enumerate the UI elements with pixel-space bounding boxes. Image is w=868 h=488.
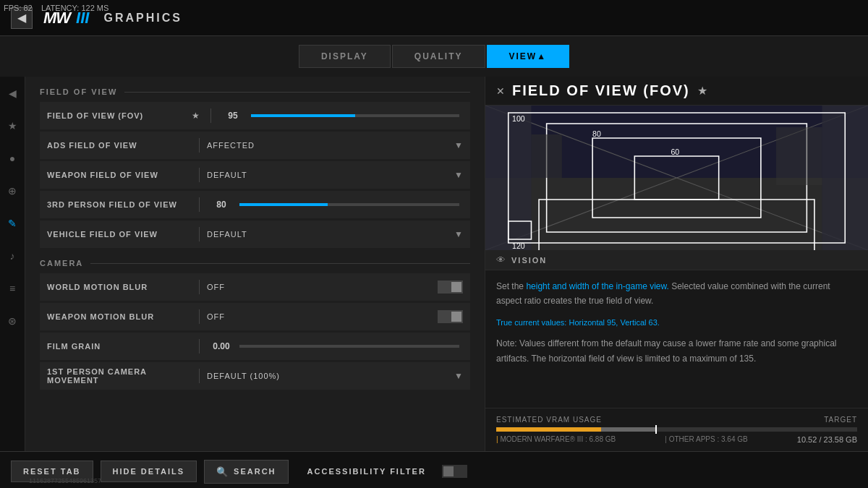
sidebar-icon-audio[interactable]: ♪: [4, 247, 22, 265]
desc-line1: Set the: [496, 281, 524, 291]
vram-section: ESTIMATED VRAM USAGE TARGET | MODERN WAR…: [485, 408, 868, 451]
tab-view[interactable]: VIEW▲: [487, 45, 570, 68]
svg-rect-20: [531, 134, 561, 178]
3rd-fov-divider: [199, 197, 200, 212]
vram-label: ESTIMATED VRAM USAGE: [496, 416, 602, 424]
ads-fov-label: ADS FIELD OF VIEW: [47, 141, 192, 150]
3rd-fov-fill: [239, 203, 328, 206]
3rd-fov-label: 3RD PERSON FIELD OF VIEW: [47, 200, 192, 209]
info-star-icon[interactable]: ★: [697, 84, 707, 98]
vram-header: ESTIMATED VRAM USAGE TARGET: [496, 416, 857, 424]
setting-row-fov[interactable]: FIELD OF VIEW (FOV) ★ 95: [40, 102, 470, 129]
svg-text:80: 80: [592, 130, 601, 138]
vehicle-fov-label: VEHICLE FIELD OF VIEW: [47, 230, 192, 239]
info-description: Set the height and width of the in-game …: [485, 270, 868, 408]
vision-icon: 👁: [496, 254, 506, 265]
fov-slider[interactable]: [251, 114, 459, 117]
sidebar-icon-star[interactable]: ★: [4, 116, 22, 134]
tab-display[interactable]: DISPLAY: [299, 45, 391, 68]
3rd-fov-value: 80: [207, 200, 236, 210]
setting-row-film-grain[interactable]: FILM GRAIN 0.00: [40, 333, 470, 360]
ads-fov-arrow: ▼: [454, 140, 463, 150]
svg-rect-1: [485, 178, 868, 250]
fov-label: FIELD OF VIEW (FOV): [47, 111, 192, 120]
1st-camera-arrow: ▼: [454, 371, 463, 381]
setting-row-world-blur[interactable]: WORLD MOTION BLUR OFF: [40, 273, 470, 301]
fov-preview: 60 80 100 120: [485, 106, 868, 250]
world-blur-knob: [451, 282, 461, 292]
world-blur-divider: [199, 280, 200, 294]
weapon-blur-label: WEAPON MOTION BLUR: [47, 312, 192, 321]
3rd-fov-slider[interactable]: [239, 203, 459, 206]
svg-text:100: 100: [512, 115, 525, 123]
setting-row-weapon-fov[interactable]: WEAPON FIELD OF VIEW DEFAULT ▼: [40, 161, 470, 189]
top-bar: FPS: 82 LATENCY: 122 MS ◀ MW III GRAPHIC…: [0, 0, 868, 36]
info-title: FIELD OF VIEW (FOV): [512, 82, 690, 99]
svg-text:120: 120: [512, 242, 525, 250]
film-grain-value: 0.00: [207, 341, 236, 351]
sidebar-icon-edit[interactable]: ✎: [4, 214, 22, 232]
camera-section-header: CAMERA: [40, 259, 470, 267]
sidebar-icon-back[interactable]: ◀: [4, 84, 22, 102]
weapon-blur-toggle[interactable]: [438, 310, 463, 323]
search-button[interactable]: 🔍 SEARCH: [204, 460, 288, 484]
film-grain-slider[interactable]: [239, 345, 459, 348]
vehicle-fov-arrow: ▼: [454, 229, 463, 239]
fov-value: 95: [218, 111, 247, 121]
vision-label: VISION: [511, 256, 547, 265]
page-title: GRAPHICS: [103, 12, 182, 25]
true-values: True current values: Horizontal 95, Vert…: [496, 316, 857, 330]
info-close-button[interactable]: ✕: [496, 85, 505, 97]
vehicle-fov-divider: [199, 227, 200, 241]
weapon-blur-knob: [451, 312, 461, 322]
weapon-blur-value: OFF: [207, 312, 438, 321]
vram-other-label: | OTHER APPS : 3.64 GB: [665, 435, 747, 444]
world-blur-label: WORLD MOTION BLUR: [47, 283, 192, 291]
vehicle-fov-value: DEFAULT: [207, 230, 454, 239]
note-text: Note: Values different from the default …: [496, 336, 857, 366]
ads-fov-divider: [199, 138, 200, 153]
1st-camera-label: 1ST PERSON CAMERA MOVEMENT: [47, 367, 192, 385]
setting-row-3rd-fov[interactable]: 3RD PERSON FIELD OF VIEW 80: [40, 191, 470, 218]
accessibility-toggle-button[interactable]: [442, 465, 467, 478]
sidebar-icon-antenna[interactable]: ⊛: [4, 312, 22, 330]
setting-row-vehicle-fov[interactable]: VEHICLE FIELD OF VIEW DEFAULT ▼: [40, 221, 470, 248]
settings-panel: FIELD OF VIEW FIELD OF VIEW (FOV) ★ 95 A…: [25, 77, 485, 451]
sidebar-icon-bars[interactable]: ≡: [4, 279, 22, 297]
desc-highlight: height and width of the in-game view.: [526, 281, 668, 291]
sidebar-icon-user[interactable]: ●: [4, 149, 22, 167]
accessibility-toggle-knob: [443, 466, 454, 476]
vram-fill-mw: [496, 427, 601, 432]
1st-camera-value: DEFAULT (100%): [207, 372, 454, 380]
film-grain-label: FILM GRAIN: [47, 342, 192, 351]
setting-row-ads-fov[interactable]: ADS FIELD OF VIEW AFFECTED ▼: [40, 132, 470, 159]
tab-quality[interactable]: QUALITY: [392, 45, 485, 68]
vision-bar: 👁 VISION: [485, 250, 868, 270]
weapon-fov-divider: [199, 168, 200, 182]
hide-details-button[interactable]: HIDE DETAILS: [101, 461, 197, 482]
sidebar: ◀ ★ ● ⊕ ✎ ♪ ≡ ⊛: [0, 77, 25, 451]
vram-usage-value: 10.52 / 23.58 GB: [797, 435, 857, 444]
ads-fov-value: AFFECTED: [207, 141, 454, 150]
setting-row-weapon-blur[interactable]: WEAPON MOTION BLUR OFF: [40, 303, 470, 330]
accessibility-filter: ACCESSIBILITY FILTER: [296, 461, 467, 481]
setting-row-1st-camera[interactable]: 1ST PERSON CAMERA MOVEMENT DEFAULT (100%…: [40, 362, 470, 390]
fps-info: FPS: 82 LATENCY: 122 MS: [4, 4, 109, 12]
sidebar-icon-controller[interactable]: ⊕: [4, 181, 22, 200]
vram-target-line: [655, 425, 657, 434]
svg-text:60: 60: [671, 148, 680, 156]
svg-rect-19: [776, 127, 822, 185]
weapon-fov-label: WEAPON FIELD OF VIEW: [47, 171, 192, 179]
film-grain-divider: [199, 339, 200, 354]
fov-tunnel-svg: 60 80 100 120: [485, 106, 868, 250]
info-header: ✕ FIELD OF VIEW (FOV) ★: [485, 77, 868, 106]
weapon-blur-divider: [199, 309, 200, 324]
info-panel: ✕ FIELD OF VIEW (FOV) ★: [485, 77, 868, 451]
footer-id: 11162877255485961357: [29, 477, 101, 484]
world-blur-toggle[interactable]: [438, 281, 463, 294]
fov-star-icon[interactable]: ★: [192, 111, 200, 121]
1st-camera-divider: [199, 369, 200, 383]
fov-section-header: FIELD OF VIEW: [40, 87, 470, 96]
fov-divider: [210, 108, 211, 123]
fov-slider-fill: [251, 114, 355, 117]
